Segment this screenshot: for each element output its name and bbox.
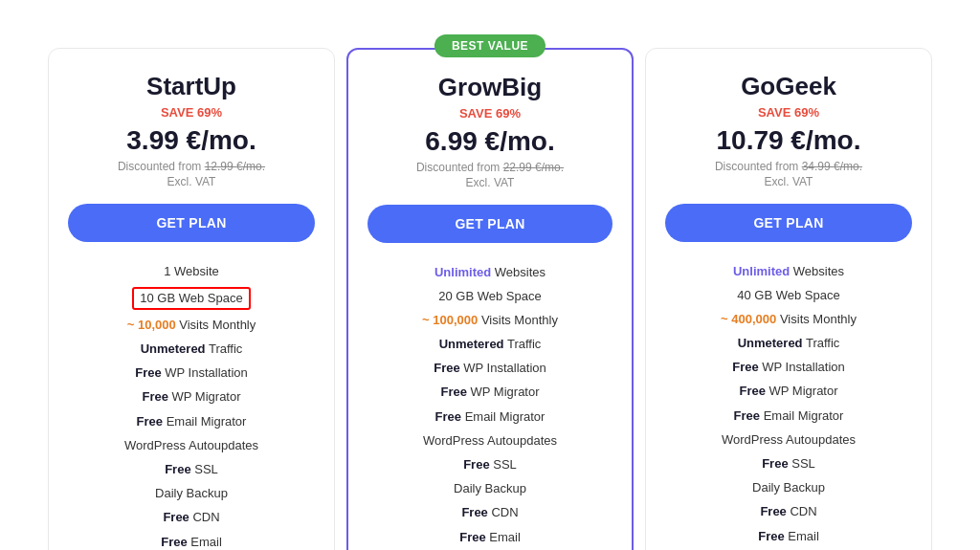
plan-card-startup: StartUpSAVE 69%3.99 €/mo.Discounted from…	[48, 48, 335, 550]
feature-item: WordPress Autoupdates	[665, 428, 912, 451]
get-plan-button-growbig[interactable]: GET PLAN	[368, 205, 612, 243]
plan-card-gogeek: GoGeekSAVE 69%10.79 €/mo.Discounted from…	[645, 48, 932, 550]
plan-name-gogeek: GoGeek	[665, 72, 912, 101]
feature-item: Free Email	[68, 530, 315, 550]
save-badge-growbig: SAVE 69%	[368, 106, 612, 121]
feature-item: Free WP Migrator	[68, 385, 315, 409]
highlighted-feature: 10 GB Web Space	[132, 287, 250, 310]
bold-feature: Free	[734, 408, 760, 423]
price-growbig: 6.99 €/mo.	[368, 126, 612, 157]
bold-feature: Free	[142, 389, 167, 404]
bold-feature: Free	[137, 414, 163, 429]
feature-item: Free Email	[665, 524, 912, 548]
feature-item: Unlimited Websites	[665, 259, 912, 283]
feature-item: Free WP Installation	[665, 356, 912, 380]
bold-feature: Free	[440, 385, 466, 399]
visits-highlight: ~ 100,000	[422, 313, 478, 327]
feature-item: Daily Backup	[68, 482, 315, 506]
bold-feature: Free	[161, 535, 187, 549]
excl-vat-growbig: Excl. VAT	[368, 176, 612, 189]
get-plan-button-startup[interactable]: GET PLAN	[68, 204, 315, 242]
price-gogeek: 10.79 €/mo.	[665, 125, 912, 156]
plan-name-startup: StartUp	[68, 72, 315, 101]
feature-item: Free CDN	[368, 501, 612, 525]
features-list-startup: 1 Website10 GB Web Space~ 10,000 Visits …	[68, 259, 315, 550]
feature-item: Free WP Migrator	[665, 380, 912, 404]
bold-feature: Free	[434, 361, 459, 375]
feature-item: 10 GB Web Space	[68, 283, 315, 313]
visits-highlight: ~ 400,000	[721, 312, 776, 326]
feature-item: Free Email	[368, 525, 612, 549]
bold-feature: Free	[459, 530, 485, 544]
feature-item: Unmetered Traffic	[68, 338, 315, 362]
feature-item: ~ 10,000 Visits Monthly	[68, 313, 315, 337]
feature-item: Unmetered Traffic	[665, 332, 912, 356]
bold-feature: Unmetered	[439, 337, 504, 351]
feature-item: 40 GB Web Space	[665, 283, 912, 307]
discounted-from-growbig: Discounted from 22.99 €/mo.	[368, 161, 612, 174]
bold-feature: Unmetered	[738, 336, 803, 350]
feature-item: Unlimited Websites	[368, 260, 612, 284]
price-startup: 3.99 €/mo.	[68, 125, 315, 156]
save-badge-gogeek: SAVE 69%	[665, 105, 912, 120]
excl-vat-gogeek: Excl. VAT	[665, 175, 912, 188]
plan-name-growbig: GrowBig	[368, 73, 612, 102]
bold-feature: Free	[463, 457, 489, 472]
bold-feature: Free	[163, 510, 189, 524]
save-badge-startup: SAVE 69%	[68, 105, 315, 120]
bold-feature: Free	[758, 529, 784, 543]
bold-feature: Free	[739, 384, 765, 398]
bold-feature: Free	[760, 504, 786, 518]
feature-item: ~ 400,000 Visits Monthly	[665, 307, 912, 331]
features-list-growbig: Unlimited Websites20 GB Web Space~ 100,0…	[368, 260, 612, 550]
visits-highlight: ~ 10,000	[127, 318, 176, 332]
feature-item: Free Email Migrator	[368, 405, 612, 429]
plan-card-growbig: BEST VALUEGrowBigSAVE 69%6.99 €/mo.Disco…	[346, 48, 634, 550]
feature-item: Free CDN	[665, 500, 912, 524]
best-value-badge: BEST VALUE	[434, 34, 546, 57]
discounted-from-startup: Discounted from 12.99 €/mo.	[68, 160, 315, 173]
purple-highlight: Unlimited	[733, 264, 790, 278]
bold-feature: Free	[732, 360, 758, 374]
feature-item: Free WP Installation	[68, 362, 315, 385]
feature-item: WordPress Autoupdates	[368, 429, 612, 452]
feature-item: 1 Website	[68, 259, 315, 283]
discounted-from-gogeek: Discounted from 34.99 €/mo.	[665, 160, 912, 173]
feature-item: Daily Backup	[368, 477, 612, 501]
feature-item: Free SSL	[368, 453, 612, 477]
plans-container: StartUpSAVE 69%3.99 €/mo.Discounted from…	[10, 19, 970, 550]
bold-feature: Free	[165, 462, 190, 476]
get-plan-button-gogeek[interactable]: GET PLAN	[665, 204, 912, 242]
feature-item: Free CDN	[68, 506, 315, 530]
purple-highlight: Unlimited	[434, 265, 491, 279]
feature-item: Free Email Migrator	[665, 404, 912, 428]
bold-feature: Free	[461, 505, 487, 519]
feature-item: ~ 100,000 Visits Monthly	[368, 308, 612, 332]
feature-item: Unmetered Traffic	[368, 333, 612, 357]
feature-item: Free Email Migrator	[68, 409, 315, 433]
excl-vat-startup: Excl. VAT	[68, 175, 315, 188]
feature-item: Free SSL	[665, 452, 912, 476]
bold-feature: Unmetered	[141, 341, 206, 356]
feature-item: Free WP Migrator	[368, 381, 612, 405]
feature-item: Free SSL	[68, 458, 315, 482]
feature-item: 20 GB Web Space	[368, 284, 612, 308]
feature-item: WordPress Autoupdates	[68, 433, 315, 457]
bold-feature: Free	[135, 365, 161, 380]
feature-item: Daily Backup	[665, 476, 912, 500]
feature-item: Free WP Installation	[368, 357, 612, 381]
bold-feature: Free	[435, 409, 461, 424]
bold-feature: Free	[762, 456, 788, 471]
features-list-gogeek: Unlimited Websites40 GB Web Space~ 400,0…	[665, 259, 912, 550]
